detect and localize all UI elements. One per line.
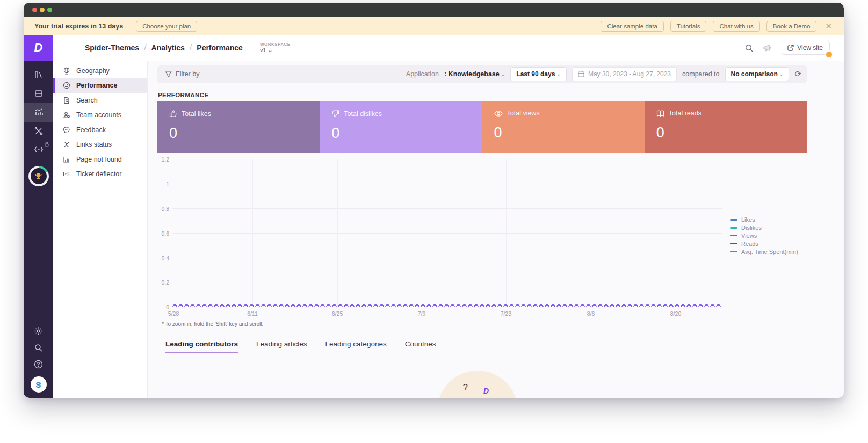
gamification-avatar[interactable]: [28, 166, 49, 186]
tab-leading-contributors[interactable]: Leading contributors: [165, 340, 238, 353]
application-value: : Knowledgebase: [444, 70, 500, 78]
trophy-icon: [31, 168, 47, 184]
header-actions: View site: [744, 41, 830, 55]
filter-bar: Filter by Application : Knowledgebase⌄ L…: [157, 65, 807, 83]
external-link-icon: [787, 45, 794, 51]
comparison-select[interactable]: No comparison⌄: [725, 67, 790, 81]
minimize-window-button[interactable]: [40, 8, 45, 12]
sidebar-item-page-not-found[interactable]: Page not found: [53, 152, 147, 167]
filter-by-control[interactable]: Filter by: [165, 70, 199, 78]
sidebar-item-label: Search: [76, 97, 98, 104]
rail-bottom-group: St: [24, 326, 53, 393]
window-titlebar: [24, 3, 844, 17]
x-axis-tick: 6/11: [247, 310, 258, 317]
zoom-window-button[interactable]: [47, 8, 52, 12]
application-select[interactable]: : Knowledgebase⌄: [444, 70, 505, 78]
globe-icon: [62, 67, 70, 75]
legend-item-views[interactable]: Views: [730, 232, 798, 240]
sidebar-item-search[interactable]: Search: [53, 93, 147, 108]
legend-swatch: [730, 235, 737, 236]
breadcrumb-workspace[interactable]: Spider-Themes: [85, 43, 139, 52]
close-window-button[interactable]: [32, 8, 37, 12]
gridline: [172, 159, 722, 159]
chart-zoom-hint: * To zoom in, hold the 'Shift' key and s…: [162, 321, 263, 327]
chart-legend: Likes Dislikes Views Reads Avg. Time Spe…: [730, 216, 798, 256]
workspace-value[interactable]: v1 ⌄: [260, 47, 291, 54]
header-search-icon[interactable]: [744, 43, 754, 53]
app-logo[interactable]: D: [24, 35, 53, 61]
clear-sample-data-button[interactable]: Clear sample data: [601, 21, 663, 32]
content-icon[interactable]: [24, 84, 53, 103]
view-site-label: View site: [797, 44, 823, 52]
announcements-megaphone-icon[interactable]: [762, 43, 773, 53]
help-icon[interactable]: [24, 360, 53, 369]
breadcrumb-page: Performance: [197, 43, 243, 52]
avg-time-spent-series-line: [172, 303, 721, 307]
sidebar-item-links-status[interactable]: Links status: [53, 137, 147, 152]
legend-label: Reads: [741, 241, 758, 247]
compared-to-label: compared to: [682, 70, 719, 78]
tab-leading-articles[interactable]: Leading articles: [256, 340, 307, 353]
lock-icon: [45, 142, 49, 147]
sidebar-item-geography[interactable]: Geography: [53, 63, 147, 78]
spiderthemes-logo[interactable]: St: [31, 376, 47, 393]
performance-line-chart[interactable]: 1.2 1 0.8 0.6 0.4 0.2 0 5/28 6/11 6/25 7…: [157, 159, 807, 320]
y-axis-tick: 0: [154, 304, 169, 310]
legend-item-reads[interactable]: Reads: [730, 239, 798, 248]
date-range-value: May 30, 2023 - Aug 27, 2023: [588, 70, 671, 78]
analytics-icon[interactable]: [24, 103, 53, 122]
sidebar-item-performance[interactable]: Performance: [53, 78, 147, 93]
legend-item-dislikes[interactable]: Dislikes: [730, 224, 798, 232]
x-axis-tick: 8/20: [670, 310, 681, 317]
gridline: [172, 307, 722, 307]
filter-by-label: Filter by: [176, 70, 199, 78]
rail-search-icon[interactable]: [24, 343, 53, 352]
sidebar-item-ticket-deflector[interactable]: Ticket deflector: [53, 167, 147, 182]
book-a-demo-button[interactable]: Book a Demo: [766, 21, 817, 32]
legend-swatch: [730, 227, 737, 229]
date-range-input[interactable]: May 30, 2023 - Aug 27, 2023: [572, 67, 677, 81]
sidebar-item-label: Geography: [76, 67, 110, 75]
gridline: [172, 233, 722, 234]
legend-swatch: [730, 251, 737, 252]
code-api-icon[interactable]: [24, 140, 53, 158]
user-icon: [62, 111, 70, 119]
tools-icon[interactable]: [24, 122, 53, 140]
stat-value: 0: [494, 125, 645, 141]
banner-close-icon[interactable]: ✕: [823, 21, 834, 31]
sidebar-item-label: Performance: [76, 82, 117, 89]
tab-leading-categories[interactable]: Leading categories: [326, 340, 387, 353]
leaderboard-tabs: Leading contributors Leading articles Le…: [165, 340, 436, 353]
stat-cards: Total likes 0 Total dislikes 0 Total vie…: [157, 101, 807, 153]
refresh-icon[interactable]: ⟳: [794, 69, 801, 79]
stat-card-total-reads: Total reads 0: [645, 101, 807, 153]
breadcrumb-separator: /: [190, 43, 192, 53]
thumb-up-icon: [169, 110, 177, 118]
legend-label: Avg. Time Spent(min): [741, 249, 798, 255]
sidebar-item-feedback[interactable]: Feedback: [53, 122, 147, 137]
legend-item-likes[interactable]: Likes: [730, 216, 798, 224]
doc-search-icon: [62, 97, 70, 104]
library-icon[interactable]: [24, 66, 53, 84]
stat-card-total-likes: Total likes 0: [157, 101, 320, 153]
stat-label: Total views: [507, 110, 540, 117]
chat-with-us-button[interactable]: Chat with us: [713, 21, 760, 32]
sidebar-item-team-accounts[interactable]: Team accounts: [53, 108, 147, 123]
date-range-preset-select[interactable]: Last 90 days⌄: [510, 67, 567, 81]
breadcrumb-section[interactable]: Analytics: [151, 43, 185, 52]
tutorials-button[interactable]: Tutorials: [670, 21, 707, 32]
legend-item-avg-time-spent[interactable]: Avg. Time Spent(min): [730, 248, 798, 256]
chevron-down-icon: ⌄: [779, 71, 784, 77]
gridline: [676, 159, 676, 307]
funnel-icon: [165, 71, 172, 78]
x-axis-tick: 6/25: [332, 310, 343, 317]
settings-gear-icon[interactable]: [24, 326, 53, 336]
workspace-switcher[interactable]: WORKSPACE v1 ⌄: [260, 42, 291, 54]
calendar-icon: [578, 71, 584, 77]
logo-letter-t: t: [39, 381, 41, 389]
view-site-badge: [825, 50, 833, 59]
tab-countries[interactable]: Countries: [405, 340, 436, 353]
gridline: [252, 159, 253, 307]
view-site-button[interactable]: View site: [782, 41, 830, 55]
choose-plan-button[interactable]: Choose your plan: [136, 21, 197, 32]
